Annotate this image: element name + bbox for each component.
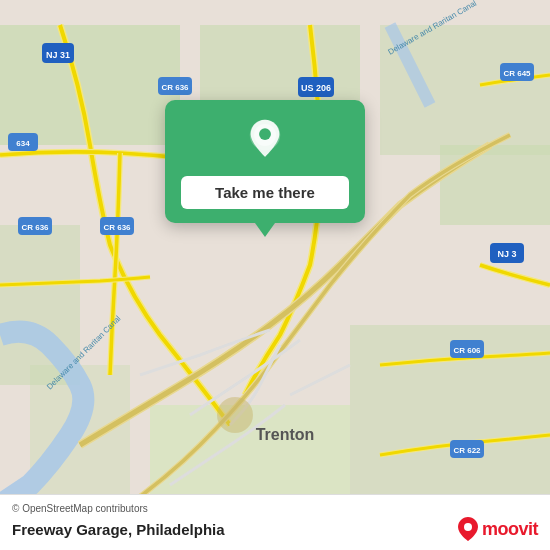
bottom-bar: © OpenStreetMap contributors Freeway Gar… bbox=[0, 494, 550, 550]
svg-text:US 206: US 206 bbox=[301, 83, 331, 93]
svg-point-36 bbox=[464, 523, 472, 531]
moovit-pin-icon bbox=[457, 516, 479, 542]
svg-text:NJ 3: NJ 3 bbox=[497, 249, 516, 259]
location-name: Freeway Garage, Philadelphia bbox=[12, 521, 225, 538]
svg-rect-2 bbox=[200, 25, 360, 105]
svg-point-35 bbox=[259, 128, 271, 140]
svg-text:CR 645: CR 645 bbox=[503, 69, 531, 78]
svg-rect-4 bbox=[440, 145, 550, 225]
moovit-logo: moovit bbox=[457, 516, 538, 542]
svg-text:634: 634 bbox=[16, 139, 30, 148]
take-me-there-button[interactable]: Take me there bbox=[181, 176, 349, 209]
map-background: NJ 31 CR 636 US 206 CR 636 CR 636 CR 645… bbox=[0, 0, 550, 550]
moovit-brand-text: moovit bbox=[482, 519, 538, 540]
svg-text:CR 636: CR 636 bbox=[103, 223, 131, 232]
svg-text:CR 606: CR 606 bbox=[453, 346, 481, 355]
svg-text:CR 622: CR 622 bbox=[453, 446, 481, 455]
location-pin-icon bbox=[243, 118, 287, 162]
svg-text:CR 636: CR 636 bbox=[21, 223, 49, 232]
svg-text:Trenton: Trenton bbox=[256, 426, 315, 443]
map-attribution: © OpenStreetMap contributors bbox=[12, 503, 538, 514]
location-row: Freeway Garage, Philadelphia moovit bbox=[12, 516, 538, 542]
map-container: NJ 31 CR 636 US 206 CR 636 CR 636 CR 645… bbox=[0, 0, 550, 550]
svg-point-9 bbox=[217, 397, 253, 433]
svg-text:CR 636: CR 636 bbox=[161, 83, 189, 92]
location-popup: Take me there bbox=[165, 100, 365, 223]
svg-text:NJ 31: NJ 31 bbox=[46, 50, 70, 60]
